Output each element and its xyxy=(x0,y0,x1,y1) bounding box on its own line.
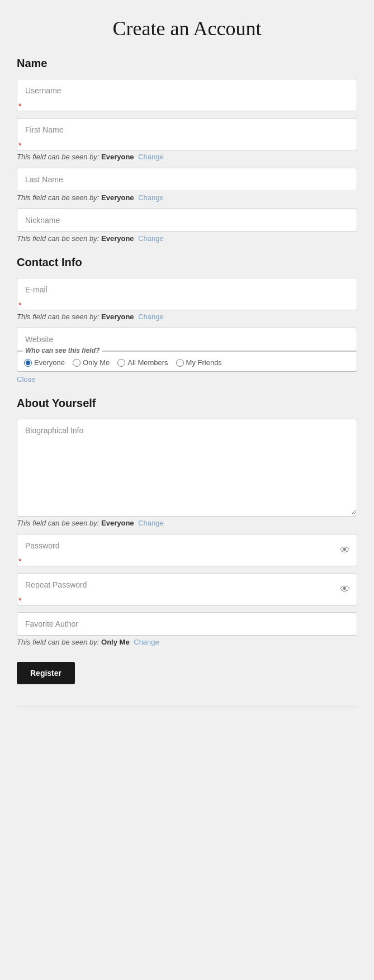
favorite-author-visibility-value: Only Me xyxy=(101,638,130,646)
bio-visibility-value: Everyone xyxy=(101,519,134,527)
page-title: Create an Account xyxy=(17,0,357,57)
nickname-input[interactable] xyxy=(17,209,357,231)
email-visibility: This field can be seen by: Everyone Chan… xyxy=(17,313,357,321)
radio-everyone-input[interactable] xyxy=(24,359,32,367)
radio-onlyme-input[interactable] xyxy=(73,359,81,367)
nickname-group: This field can be seen by: Everyone Chan… xyxy=(17,209,357,243)
email-group: * This field can be seen by: Everyone Ch… xyxy=(17,278,357,321)
repeat-password-group: * 👁 xyxy=(17,573,357,605)
contact-heading: Contact Info xyxy=(17,256,357,269)
username-input[interactable] xyxy=(17,79,357,102)
bio-wrapper xyxy=(17,419,357,517)
email-required: * xyxy=(18,301,21,310)
lastname-change-link[interactable]: Change xyxy=(138,193,164,202)
firstname-change-link[interactable]: Change xyxy=(138,153,164,161)
lastname-input[interactable] xyxy=(17,168,357,191)
radio-myfriends-input[interactable] xyxy=(176,359,184,367)
radio-allmembers[interactable]: All Members xyxy=(117,358,168,367)
favorite-author-group: This field can be seen by: Only Me Chang… xyxy=(17,612,357,646)
radio-myfriends[interactable]: My Friends xyxy=(176,358,222,367)
favorite-author-input[interactable] xyxy=(17,613,357,635)
lastname-wrapper xyxy=(17,168,357,191)
favorite-author-wrapper xyxy=(17,612,357,636)
firstname-visibility-value: Everyone xyxy=(101,153,134,161)
about-heading: About Yourself xyxy=(17,397,357,410)
bio-textarea[interactable] xyxy=(17,419,357,514)
website-group: Who can see this field? Everyone Only Me… xyxy=(17,328,357,384)
name-heading: Name xyxy=(17,57,357,70)
repeat-password-input[interactable] xyxy=(17,574,357,596)
password-group: * 👁 xyxy=(17,534,357,566)
firstname-wrapper: * xyxy=(17,118,357,150)
username-required: * xyxy=(18,102,21,111)
firstname-visibility: This field can be seen by: Everyone Chan… xyxy=(17,153,357,161)
who-can-see-close-link[interactable]: Close xyxy=(17,375,357,384)
nickname-visibility: This field can be seen by: Everyone Chan… xyxy=(17,234,357,243)
firstname-required: * xyxy=(18,141,21,150)
bio-visibility: This field can be seen by: Everyone Chan… xyxy=(17,519,357,527)
email-visibility-value: Everyone xyxy=(101,313,134,321)
email-input[interactable] xyxy=(17,278,357,301)
radio-onlyme[interactable]: Only Me xyxy=(73,358,110,367)
bottom-divider xyxy=(17,707,357,707)
nickname-visibility-value: Everyone xyxy=(101,234,134,243)
radio-allmembers-input[interactable] xyxy=(117,359,125,367)
favorite-author-visibility: This field can be seen by: Only Me Chang… xyxy=(17,638,357,646)
firstname-input[interactable] xyxy=(17,119,357,141)
repeat-password-wrapper: * 👁 xyxy=(17,573,357,605)
password-input[interactable] xyxy=(17,534,357,557)
lastname-group: This field can be seen by: Everyone Chan… xyxy=(17,168,357,202)
who-can-see-box: Who can see this field? Everyone Only Me… xyxy=(17,351,357,372)
register-button[interactable]: Register xyxy=(17,662,75,684)
nickname-change-link[interactable]: Change xyxy=(138,234,164,243)
username-wrapper: * xyxy=(17,79,357,111)
repeat-password-eye-icon[interactable]: 👁 xyxy=(340,584,350,595)
password-eye-icon[interactable]: 👁 xyxy=(340,545,350,556)
lastname-visibility: This field can be seen by: Everyone Chan… xyxy=(17,193,357,202)
repeat-password-required: * xyxy=(18,596,21,605)
nickname-wrapper xyxy=(17,209,357,232)
password-required: * xyxy=(18,557,21,566)
name-section: Name * * This field can be seen by: Ever… xyxy=(17,57,357,243)
favorite-author-change-link[interactable]: Change xyxy=(134,638,159,646)
radio-group: Everyone Only Me All Members My Friends xyxy=(24,356,350,367)
radio-everyone[interactable]: Everyone xyxy=(24,358,65,367)
bio-group: This field can be seen by: Everyone Chan… xyxy=(17,419,357,527)
lastname-visibility-value: Everyone xyxy=(101,193,134,202)
password-wrapper: * 👁 xyxy=(17,534,357,566)
contact-section: Contact Info * This field can be seen by… xyxy=(17,256,357,384)
about-section: About Yourself This field can be seen by… xyxy=(17,397,357,684)
who-can-see-legend: Who can see this field? xyxy=(23,347,102,354)
bio-change-link[interactable]: Change xyxy=(138,519,164,527)
email-wrapper: * xyxy=(17,278,357,310)
firstname-group: * This field can be seen by: Everyone Ch… xyxy=(17,118,357,161)
username-group: * xyxy=(17,79,357,111)
email-change-link[interactable]: Change xyxy=(138,313,164,321)
